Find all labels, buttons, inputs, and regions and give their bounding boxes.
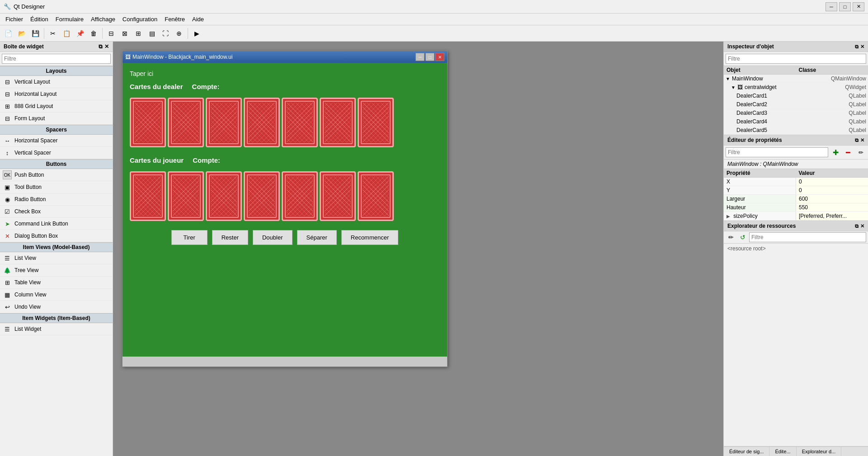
tab-signal-editor[interactable]: Éditeur de sig...: [724, 447, 769, 456]
separer-button[interactable]: Séparer: [297, 230, 337, 245]
resource-edit-btn[interactable]: ✏: [726, 232, 736, 242]
menu-fenetre[interactable]: Fenêtre: [161, 15, 189, 24]
menu-formulaire[interactable]: Formulaire: [52, 15, 87, 24]
sizepolicy-expand[interactable]: ▶: [726, 214, 730, 219]
minimize-button[interactable]: ─: [826, 2, 837, 11]
props-filter-input[interactable]: [726, 147, 828, 157]
widget-check-box[interactable]: ☑ Check Box: [0, 206, 113, 218]
widget-tool-button[interactable]: ▣ Tool Button: [0, 181, 113, 193]
toolbar-layout-v[interactable]: ⊠: [118, 27, 131, 40]
props-close-icon[interactable]: ✕: [860, 137, 864, 143]
dealer-card-5: [282, 98, 318, 147]
widget-radio-button[interactable]: ◉ Radio Button: [0, 193, 113, 206]
tab-editor[interactable]: Édite...: [769, 447, 796, 456]
widget-box-close-icon[interactable]: ✕: [104, 43, 109, 50]
toolbar-new[interactable]: 📄: [2, 27, 14, 40]
prop-row-y[interactable]: Y 0: [724, 186, 868, 195]
widget-box-header: Boîte de widget ⧉ ✕: [0, 42, 113, 52]
tirer-button[interactable]: Tirer: [171, 230, 208, 245]
toolbar-layout-f[interactable]: ▤: [146, 27, 158, 40]
toolbar-paste[interactable]: 📌: [74, 27, 86, 40]
widget-box-float-icon[interactable]: ⧉: [99, 43, 103, 50]
widget-box: Boîte de widget ⧉ ✕ Layouts ⊟ Vertical L…: [0, 42, 113, 456]
menu-fichier[interactable]: Fichier: [2, 15, 27, 24]
widget-column-view[interactable]: ▦ Column View: [0, 289, 113, 301]
props-float-icon[interactable]: ⧉: [855, 137, 859, 143]
resource-refresh-btn[interactable]: ↺: [737, 232, 748, 242]
obj-row-mainwindow[interactable]: ▼ MainWindow QMainWindow: [724, 75, 868, 83]
prop-row-largeur[interactable]: Largeur 600: [724, 195, 868, 203]
obj-row-dealercard3[interactable]: DealerCard3 QLabel: [724, 109, 868, 118]
toolbar-layout-h[interactable]: ⊟: [105, 27, 118, 40]
widget-vertical-layout[interactable]: ⊟ Vertical Layout: [0, 76, 113, 88]
toolbar-layout-g[interactable]: ⊞: [132, 27, 145, 40]
menu-edition[interactable]: Édition: [27, 15, 52, 24]
toolbar-break-layout[interactable]: ⛶: [159, 27, 172, 40]
oi-float-icon[interactable]: ⧉: [855, 44, 859, 50]
maximize-button[interactable]: □: [839, 2, 851, 11]
resource-close-icon[interactable]: ✕: [860, 223, 864, 229]
close-button[interactable]: ✕: [853, 2, 864, 11]
toolbar-delete[interactable]: 🗑: [87, 27, 100, 40]
toolbar-adjust[interactable]: ⊕: [173, 27, 185, 40]
resource-explorer-header: Explorateur de ressources ⧉ ✕: [724, 221, 868, 231]
widget-horizontal-spacer[interactable]: ↔ Horizontal Spacer: [0, 135, 113, 147]
widget-dialog-button-box[interactable]: ✕ Dialog Button Box: [0, 230, 113, 242]
toolbar-save[interactable]: 💾: [29, 27, 42, 40]
doubler-button[interactable]: Doubler: [253, 230, 292, 245]
widget-list-widget[interactable]: ☰ List Widget: [0, 323, 113, 335]
prop-row-x[interactable]: X 0: [724, 178, 868, 186]
widget-vertical-spacer[interactable]: ↕ Vertical Spacer: [0, 147, 113, 159]
oi-filter-input[interactable]: [726, 54, 866, 64]
props-remove-btn[interactable]: ━: [843, 147, 854, 157]
expand-mainwindow[interactable]: ▼: [726, 76, 730, 81]
props-controls[interactable]: ⧉ ✕: [855, 137, 864, 143]
toolbar-preview[interactable]: ▶: [190, 27, 203, 40]
resource-controls[interactable]: ⧉ ✕: [855, 223, 864, 229]
toolbar-open[interactable]: 📂: [15, 27, 28, 40]
widget-horizontal-layout[interactable]: ⊟ Horizontal Layout: [0, 88, 113, 100]
obj-row-centralwidget[interactable]: ▼ 🖼 centralwidget QWidget: [724, 83, 868, 92]
widget-table-view[interactable]: ⊞ Table View: [0, 277, 113, 289]
form-close-btn[interactable]: ✕: [435, 53, 444, 61]
resource-float-icon[interactable]: ⧉: [855, 223, 859, 229]
oi-close-icon[interactable]: ✕: [860, 44, 864, 50]
widget-undo-view[interactable]: ↩ Undo View: [0, 301, 113, 313]
props-add-btn[interactable]: ✚: [830, 147, 841, 157]
widget-push-button[interactable]: OK Push Button: [0, 169, 113, 181]
rester-button[interactable]: Rester: [212, 230, 248, 245]
props-edit-btn[interactable]: ✏: [855, 147, 866, 157]
prop-row-sizepolicy[interactable]: ▶ sizePolicy [Preferred, Preferr...: [724, 212, 868, 221]
player-card-2: [168, 171, 204, 221]
canvas-area[interactable]: 🖼 MainWindow - Blackjack_main_window.ui …: [113, 42, 723, 456]
resource-filter-input[interactable]: [749, 232, 866, 242]
menu-configuration[interactable]: Configuration: [119, 15, 161, 24]
obj-row-dealercard5[interactable]: DealerCard5 QLabel: [724, 126, 868, 135]
form-maximize-btn[interactable]: □: [425, 53, 434, 61]
widget-form-layout[interactable]: ⊟ Form Layout: [0, 113, 113, 125]
toolbar-copy[interactable]: 📋: [60, 27, 73, 40]
properties-editor-panel: Éditeur de propriétés ⧉ ✕ ✚ ━ ✏ MainWind…: [724, 135, 868, 221]
widget-filter-input[interactable]: [2, 54, 111, 64]
expand-centralwidget[interactable]: ▼: [731, 85, 736, 90]
form-minimize-btn[interactable]: ─: [415, 53, 425, 61]
obj-row-dealercard1[interactable]: DealerCard1 QLabel: [724, 92, 868, 100]
toolbar-cut[interactable]: ✂: [47, 27, 59, 40]
form-window[interactable]: 🖼 MainWindow - Blackjack_main_window.ui …: [122, 51, 448, 367]
horizontal-spacer-icon: ↔: [3, 136, 12, 145]
widget-tree-view[interactable]: 🌲 Tree View: [0, 264, 113, 277]
widget-command-link-button[interactable]: ➤ Command Link Button: [0, 218, 113, 230]
obj-row-dealercard4[interactable]: DealerCard4 QLabel: [724, 118, 868, 126]
menu-aide[interactable]: Aide: [189, 15, 208, 24]
tab-resource-explorer[interactable]: Explorateur d...: [797, 447, 842, 456]
widget-box-controls[interactable]: ⧉ ✕: [99, 43, 109, 50]
prop-row-hauteur[interactable]: Hauteur 550: [724, 203, 868, 212]
widget-list-view[interactable]: ☰ List View: [0, 252, 113, 264]
object-inspector-controls[interactable]: ⧉ ✕: [855, 44, 864, 50]
widget-grid-layout[interactable]: ⊞ 888 Grid Layout: [0, 100, 113, 113]
title-bar: 🔧 Qt Designer ─ □ ✕: [0, 0, 868, 14]
resource-tree: <resource root>: [724, 244, 868, 254]
recommencer-button[interactable]: Recommencer: [341, 230, 399, 245]
obj-row-dealercard2[interactable]: DealerCard2 QLabel: [724, 100, 868, 109]
menu-affichage[interactable]: Affichage: [87, 15, 119, 24]
